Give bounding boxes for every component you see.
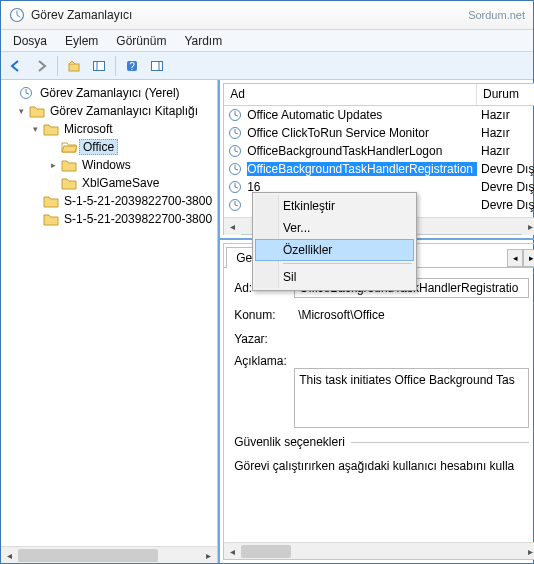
task-icon xyxy=(228,198,244,212)
toolbar-sep xyxy=(115,56,116,76)
field-location: \Microsoft\Office xyxy=(294,306,529,324)
tab-scroll-left-icon[interactable]: ◂ xyxy=(507,249,523,267)
svg-text:?: ? xyxy=(129,61,135,72)
folder-icon xyxy=(43,194,59,208)
tree-item-label: Windows xyxy=(79,158,134,172)
menu-enable[interactable]: Etkinleştir xyxy=(255,195,414,217)
task-row[interactable]: Office Automatic Updates Hazır xyxy=(224,106,534,124)
security-legend: Güvenlik seçenekleri xyxy=(234,435,351,449)
tree-item-label: S-1-5-21-2039822700-3800 xyxy=(61,212,215,226)
task-name: Office Automatic Updates xyxy=(247,108,477,122)
menu-bar: Dosya Eylem Görünüm Yardım xyxy=(1,30,533,52)
label-location: Konum: xyxy=(234,308,294,322)
column-status[interactable]: Durum xyxy=(477,84,534,105)
toolbar-sep xyxy=(57,56,58,76)
scroll-right-icon[interactable]: ▸ xyxy=(522,543,534,560)
scroll-thumb[interactable] xyxy=(18,549,158,562)
tree-item[interactable]: S-1-5-21-2039822700-3800 xyxy=(3,192,215,210)
task-status: Hazır xyxy=(477,144,534,158)
menu-help[interactable]: Yardım xyxy=(176,32,230,50)
folder-icon xyxy=(61,176,77,190)
folder-icon xyxy=(43,122,59,136)
up-button[interactable] xyxy=(63,55,85,77)
menu-export[interactable]: Ver... xyxy=(255,217,414,239)
scroll-left-icon[interactable]: ◂ xyxy=(224,543,241,560)
navigation-tree[interactable]: Görev Zamanlayıcı (Yerel) ▾ Görev Zamanl… xyxy=(1,80,217,546)
task-icon xyxy=(228,180,244,194)
security-text: Görevi çalıştırırken aşağıdaki kullanıcı… xyxy=(234,459,529,473)
panel-toggle-button[interactable] xyxy=(88,55,110,77)
task-status: Hazır xyxy=(477,108,534,122)
tree-root[interactable]: Görev Zamanlayıcı (Yerel) xyxy=(3,84,215,102)
task-name: OfficeBackgroundTaskHandlerRegistration xyxy=(247,162,477,176)
tree-item-label: Görev Zamanlayıcı Kitaplığı xyxy=(47,104,201,118)
settings-panel-button[interactable] xyxy=(146,55,168,77)
context-menu: Etkinleştir Ver... Özellikler Sil xyxy=(252,192,417,291)
menu-delete[interactable]: Sil xyxy=(255,266,414,288)
menu-action[interactable]: Eylem xyxy=(57,32,106,50)
scroll-right-icon[interactable]: ▸ xyxy=(522,218,534,235)
menu-separator xyxy=(283,263,412,264)
task-icon xyxy=(228,144,244,158)
folder-icon xyxy=(61,158,77,172)
task-status: Devre Dışı xyxy=(477,180,534,194)
tab-general-content: Ad: OfficeBackgroundTaskHandlerRegistrat… xyxy=(224,268,534,542)
scroll-right-icon[interactable]: ▸ xyxy=(200,547,217,564)
watermark: Sordum.net xyxy=(468,9,525,21)
folder-icon xyxy=(43,212,59,226)
task-row[interactable]: OfficeBackgroundTaskHandlerRegistration … xyxy=(224,160,534,178)
forward-button[interactable] xyxy=(30,55,52,77)
title-bar: Görev Zamanlayıcı Sordum.net xyxy=(1,1,533,30)
folder-icon xyxy=(29,104,45,118)
task-status: Devre Dışı xyxy=(477,162,534,176)
label-description: Açıklama: xyxy=(234,354,294,368)
task-row[interactable]: Office ClickToRun Service Monitor Hazır xyxy=(224,124,534,142)
menu-file[interactable]: Dosya xyxy=(5,32,55,50)
task-icon xyxy=(228,126,244,140)
tree-item[interactable]: ▾ Microsoft xyxy=(3,120,215,138)
task-status: Hazır xyxy=(477,126,534,140)
task-name: OfficeBackgroundTaskHandlerLogon xyxy=(247,144,477,158)
tree-item[interactable]: ▾ Görev Zamanlayıcı Kitaplığı xyxy=(3,102,215,120)
menu-view[interactable]: Görünüm xyxy=(108,32,174,50)
task-name: Office ClickToRun Service Monitor xyxy=(247,126,477,140)
details-hscrollbar[interactable]: ◂ ▸ xyxy=(224,542,534,559)
column-name[interactable]: Ad xyxy=(224,84,477,105)
tab-scroll-right-icon[interactable]: ▸ xyxy=(523,249,534,267)
toolbar: ? xyxy=(1,52,533,80)
field-description: This task initiates Office Background Ta… xyxy=(294,368,529,428)
scroll-track[interactable] xyxy=(241,543,522,560)
clock-icon xyxy=(19,86,35,100)
task-icon xyxy=(228,162,244,176)
task-icon xyxy=(228,108,244,122)
tree-item-label: Microsoft xyxy=(61,122,116,136)
scroll-left-icon[interactable]: ◂ xyxy=(1,547,18,564)
back-button[interactable] xyxy=(5,55,27,77)
tree-item-label: Office xyxy=(79,139,118,155)
tree-hscrollbar[interactable]: ◂ ▸ xyxy=(1,546,217,563)
folder-open-icon xyxy=(61,140,77,154)
tree-item[interactable]: XblGameSave xyxy=(3,174,215,192)
app-icon xyxy=(9,7,25,23)
tree-item-label: XblGameSave xyxy=(79,176,162,190)
collapse-icon[interactable]: ▾ xyxy=(29,124,41,134)
scroll-thumb[interactable] xyxy=(241,545,291,558)
tree-item-label: S-1-5-21-2039822700-3800 xyxy=(61,194,215,208)
security-group: Güvenlik seçenekleri Görevi çalıştırırke… xyxy=(234,442,529,473)
svg-rect-8 xyxy=(152,61,163,70)
expand-icon[interactable]: ▸ xyxy=(47,160,59,170)
field-author xyxy=(294,337,529,341)
svg-rect-3 xyxy=(69,64,79,71)
collapse-icon[interactable]: ▾ xyxy=(15,106,27,116)
task-row[interactable]: OfficeBackgroundTaskHandlerLogon Hazır xyxy=(224,142,534,160)
right-pane: Ad Durum Office Automatic Updates Hazır … xyxy=(218,80,534,563)
scroll-track[interactable] xyxy=(18,547,200,564)
list-header: Ad Durum xyxy=(224,84,534,106)
tree-item[interactable]: S-1-5-21-2039822700-3800 xyxy=(3,210,215,228)
svg-rect-4 xyxy=(94,61,105,70)
menu-properties[interactable]: Özellikler xyxy=(255,239,414,261)
tree-item[interactable]: ▸ Windows xyxy=(3,156,215,174)
help-button[interactable]: ? xyxy=(121,55,143,77)
tree-item[interactable]: Office xyxy=(3,138,215,156)
scroll-left-icon[interactable]: ◂ xyxy=(224,218,241,235)
